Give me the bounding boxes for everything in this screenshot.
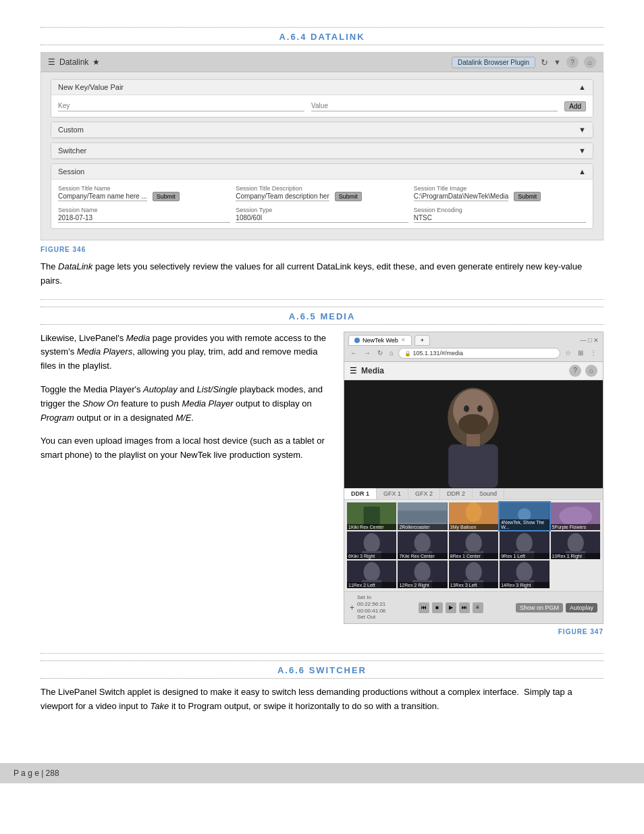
set-in-group: Set In 00:22:56:21 00:00:41:06 Set Out [357, 594, 385, 620]
switcher-section: Switcher ▼ [51, 142, 593, 159]
session-title-name-submit[interactable]: Submit [153, 192, 180, 201]
thumb-4[interactable]: 4NewTek, Show The W... [500, 502, 549, 530]
media-tab-sound[interactable]: Sound [473, 488, 504, 499]
value-input[interactable] [311, 101, 558, 111]
media-tab-ddr2[interactable]: DDR 2 [440, 488, 473, 499]
session-type-label: Session Type [236, 207, 408, 213]
thumb-label-5: 5Purple Flowers [551, 524, 600, 530]
play-button[interactable]: ▶ [446, 602, 456, 613]
session-expand-icon[interactable]: ▲ [579, 167, 586, 176]
skip-forward-button[interactable]: ⏭ [459, 602, 470, 613]
skip-back-button[interactable]: ⏮ [419, 602, 429, 613]
grid-icon[interactable]: ⊞ [576, 348, 585, 357]
stop-button[interactable]: ■ [432, 602, 443, 613]
media-tab-gfx1[interactable]: GFX 1 [377, 488, 408, 499]
new-keyvalue-section: New Key/Value Pair ▲ Add [51, 79, 593, 118]
thumb-label-13: 13Rex 3 Left [449, 582, 498, 588]
page-footer: P a g e | 288 [0, 763, 644, 783]
media-tabs-bar: DDR 1 GFX 1 GFX 2 DDR 2 Sound [344, 488, 603, 500]
svg-point-34 [364, 563, 380, 582]
session-title-image-inline: C:\ProgramData\NewTek\Media Submit [414, 192, 586, 201]
svg-rect-7 [466, 434, 480, 446]
add-button[interactable]: Add [564, 101, 586, 111]
set-out-label: Set Out [357, 614, 385, 621]
thumb-10[interactable]: 10Rex 1 Right [551, 531, 600, 559]
browser-tab-newtek[interactable]: NewTek Web ✕ [348, 335, 412, 346]
media-thumbs-grid: 1Kiki Rex Center 2Rollercoaster 3My Ball… [344, 500, 603, 592]
a66-body: The LivePanel Switch applet is designed … [41, 685, 603, 714]
thumb-6[interactable]: 6Kiki 3 Right [347, 531, 396, 559]
media-tab-gfx2[interactable]: GFX 2 [408, 488, 440, 499]
session-title-image-label: Session Title Image [414, 185, 586, 192]
thumb-11[interactable]: 11Rex 2 Left [347, 561, 396, 588]
browser-actions: ☆ ⊞ ⋮ [563, 348, 599, 357]
autoplay-button[interactable]: Autoplay [566, 603, 597, 613]
thumb-label-4: 4NewTek, Show The W... [500, 519, 549, 530]
thumb-label-12: 12Rex 2 Right [398, 582, 447, 588]
session-type-field: Session Type 1080/60I [236, 207, 408, 223]
home-nav-button[interactable]: ⌂ [387, 348, 396, 357]
custom-section: Custom ▼ [51, 122, 593, 138]
custom-collapse-icon[interactable]: ▼ [579, 126, 586, 134]
browser-url-bar[interactable]: 🔒 105.1.131/#/media [398, 348, 560, 359]
session-title-desc-submit[interactable]: Submit [335, 192, 362, 201]
thumb-3[interactable]: 3My Balloon [449, 502, 498, 530]
thumb-14[interactable]: 14Rex 3 Right [500, 561, 549, 588]
a65-image-col: NewTek Web ✕ + — □ ✕ ← → ↻ ⌂ [344, 332, 603, 642]
datalink-star: ★ [92, 57, 100, 67]
help-icon[interactable]: ? [566, 56, 579, 68]
expand-icon[interactable]: ▲ [579, 83, 586, 91]
set-in-timecode2: 00:00:41:06 [357, 608, 385, 615]
session-title-image-field: Session Title Image C:\ProgramData\NewTe… [414, 185, 586, 201]
media-browser: NewTek Web ✕ + — □ ✕ ← → ↻ ⌂ [344, 332, 603, 624]
key-input[interactable] [58, 101, 304, 111]
menu-icon[interactable]: ⋮ [588, 348, 599, 357]
forward-button[interactable]: → [362, 348, 373, 357]
media-help-icon[interactable]: ? [569, 365, 581, 377]
thumb-2[interactable]: 2Rollercoaster [398, 502, 447, 530]
media-ctrl-right: Show on PGM Autoplay [516, 603, 597, 613]
thumb-label-11: 11Rex 2 Left [347, 582, 396, 588]
svg-point-22 [414, 533, 431, 552]
session-encoding-value: NTSC [414, 213, 586, 223]
thumb-9[interactable]: 9Rex 1 Left [500, 531, 549, 559]
thumb-label-10: 10Rex 1 Right [551, 553, 600, 559]
thumb-1[interactable]: 1Kiki Rex Center [347, 502, 396, 530]
back-button[interactable]: ← [348, 348, 359, 357]
playlist-icon[interactable]: ≡ [473, 602, 483, 613]
thumb-label-9: 9Rex 1 Left [500, 553, 549, 559]
svg-point-43 [516, 563, 533, 582]
dropdown-icon[interactable]: ▼ [554, 58, 561, 66]
thumb-12[interactable]: 12Rex 2 Right [398, 561, 447, 588]
svg-point-13 [465, 502, 481, 522]
media-header-right: ? ⌂ [569, 365, 597, 377]
a65-para1: Likewise, LivePanel's Media page provide… [41, 332, 330, 373]
session-title-name-value: Company/Team name here ... [58, 192, 147, 201]
session-name-label: Session Name [58, 207, 230, 213]
key-value-row: Add [58, 101, 586, 111]
refresh-nav-button[interactable]: ↻ [375, 348, 385, 357]
media-app-header: ☰ Media ? ⌂ [344, 362, 603, 380]
media-tab-ddr1[interactable]: DDR 1 [344, 488, 377, 499]
show-on-pgm-button[interactable]: Show on PGM [516, 603, 563, 613]
thumb-8[interactable]: 8Rex 1 Center [449, 531, 498, 559]
thumb-5[interactable]: 5Purple Flowers [551, 502, 600, 530]
add-icon[interactable]: + [350, 603, 354, 613]
thumb-7[interactable]: 7Kiki Rex Center [398, 531, 447, 559]
browser-tab-new[interactable]: + [414, 335, 430, 346]
media-ctrl-left: + Set In 00:22:56:21 00:00:41:06 Set Out [350, 594, 385, 620]
home-icon[interactable]: ⌂ [584, 56, 596, 68]
refresh-icon[interactable]: ↻ [541, 57, 548, 68]
media-hamburger-icon[interactable]: ☰ [350, 366, 357, 375]
switcher-collapse-icon[interactable]: ▼ [579, 147, 586, 155]
media-home-icon[interactable]: ⌂ [585, 365, 597, 377]
datalink-title: Datalink [59, 57, 88, 67]
session-title-name-field: Session Title Name Company/Team name her… [58, 185, 230, 201]
bookmark-icon[interactable]: ☆ [563, 348, 573, 357]
url-text: 105.1.131/#/media [413, 350, 464, 357]
tab-close-icon[interactable]: ✕ [401, 337, 406, 343]
session-title-image-submit[interactable]: Submit [514, 192, 541, 201]
svg-rect-11 [398, 511, 448, 523]
thumb-13[interactable]: 13Rex 3 Left [449, 561, 498, 588]
plugin-button[interactable]: Datalink Browser Plugin [452, 57, 535, 68]
